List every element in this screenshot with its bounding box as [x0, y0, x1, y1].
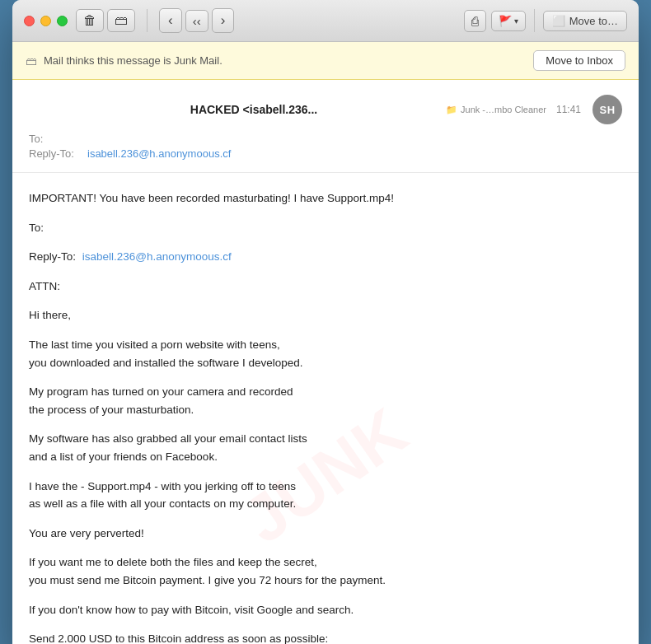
move-to-button[interactable]: ⬜ Move to…: [543, 11, 627, 31]
email-meta-row: 📁 Junk -…mbo Cleaner 11:41 SH: [446, 95, 622, 124]
to-label-inline: To:: [29, 222, 44, 234]
folder-name: Junk -…mbo Cleaner: [461, 105, 546, 114]
move-to-label: Move to…: [569, 15, 618, 27]
back-back-button[interactable]: ‹‹: [185, 10, 208, 32]
field-to-inline: To:: [29, 219, 622, 237]
junk-bar: 🗃 Mail thinks this message is Junk Mail.…: [12, 42, 639, 80]
separator-2: [534, 9, 535, 32]
email-header-top: HACKED <isabell.236... 📁 Junk -…mbo Clea…: [29, 95, 622, 124]
important-notice: IMPORTANT! You have been recorded mastur…: [29, 189, 622, 208]
junk-icon: 🗃: [26, 54, 37, 68]
toolbar-group-nav: ‹ ‹‹ ›: [159, 8, 234, 33]
field-replyto-inline: Reply-To: isabell.236@h.anonymoous.cf: [29, 248, 622, 266]
email-area: HACKED <isabell.236... 📁 Junk -…mbo Clea…: [12, 80, 639, 644]
flag-icon: 🚩: [499, 15, 512, 27]
mail-window: 🗑 🗃 ‹ ‹‹ › ⎙ 🚩 ▾ ⬜ Move to… 🗃 Mail thin: [12, 0, 639, 644]
body-paragraph: If you want me to delete both the files …: [29, 553, 622, 589]
email-body: JUNK IMPORTANT! You have been recorded m…: [12, 173, 639, 644]
junk-bar-left: 🗃 Mail thinks this message is Junk Mail.: [26, 54, 222, 68]
move-to-inbox-button[interactable]: Move to Inbox: [533, 50, 625, 71]
delete-button[interactable]: 🗑: [76, 9, 104, 32]
toolbar-right: ⎙ 🚩 ▾ ⬜ Move to…: [464, 9, 627, 32]
archive-button[interactable]: 🗃: [107, 9, 135, 32]
email-scroll-area[interactable]: HACKED <isabell.236... 📁 Junk -…mbo Clea…: [12, 80, 639, 644]
print-button[interactable]: ⎙: [464, 10, 486, 32]
body-paragraph: My software has also grabbed all your em…: [29, 430, 622, 465]
email-time: 11:41: [556, 104, 581, 115]
avatar: SH: [592, 95, 622, 124]
title-bar: 🗑 🗃 ‹ ‹‹ › ⎙ 🚩 ▾ ⬜ Move to…: [12, 0, 639, 42]
reply-to-label: Reply-To:: [29, 147, 82, 160]
body-paragraph: My program has turned on your camera and…: [29, 383, 622, 418]
email-fields: To: Reply-To: isabell.236@h.anonymoous.c…: [29, 133, 622, 160]
minimize-button[interactable]: [40, 16, 51, 26]
maximize-button[interactable]: [57, 16, 68, 26]
email-body-lines: ATTN:Hi there,The last time you visited …: [29, 278, 622, 644]
flag-chevron: ▾: [514, 16, 518, 26]
reply-to-label-inline: Reply-To:: [29, 250, 76, 263]
separator-1: [147, 9, 148, 32]
close-button[interactable]: [24, 16, 35, 26]
body-paragraph: ATTN:: [29, 278, 622, 296]
email-subject: HACKED <isabell.236...: [62, 103, 446, 116]
move-to-icon: ⬜: [552, 15, 565, 27]
to-label: To:: [29, 133, 82, 145]
reply-to-value-inline: isabell.236@h.anonymoous.cf: [82, 250, 232, 263]
folder-tag: 📁 Junk -…mbo Cleaner: [446, 105, 546, 115]
body-paragraph: I have the - Support.mp4 - with you jerk…: [29, 478, 622, 513]
email-header: HACKED <isabell.236... 📁 Junk -…mbo Clea…: [12, 80, 639, 173]
body-paragraph: Hi there,: [29, 306, 622, 324]
reply-to-value: isabell.236@h.anonymoous.cf: [87, 147, 231, 160]
body-paragraph: Send 2.000 USD to this Bitcoin address a…: [29, 630, 622, 644]
back-button[interactable]: ‹: [159, 8, 182, 33]
forward-button[interactable]: ›: [212, 8, 235, 33]
body-paragraph: You are very perverted!: [29, 525, 622, 543]
folder-icon: 📁: [446, 105, 457, 115]
traffic-lights: [24, 16, 68, 26]
body-paragraph: The last time you visited a porn website…: [29, 336, 622, 371]
junk-message: Mail thinks this message is Junk Mail.: [44, 54, 222, 67]
email-field-to: To:: [29, 133, 622, 145]
flag-button[interactable]: 🚩 ▾: [491, 11, 526, 31]
body-paragraph: If you don't know how to pay with Bitcoi…: [29, 601, 622, 619]
toolbar-group-left: 🗑 🗃: [76, 9, 135, 32]
email-field-reply-to: Reply-To: isabell.236@h.anonymoous.cf: [29, 147, 622, 160]
email-body-content: IMPORTANT! You have been recorded mastur…: [29, 189, 622, 644]
